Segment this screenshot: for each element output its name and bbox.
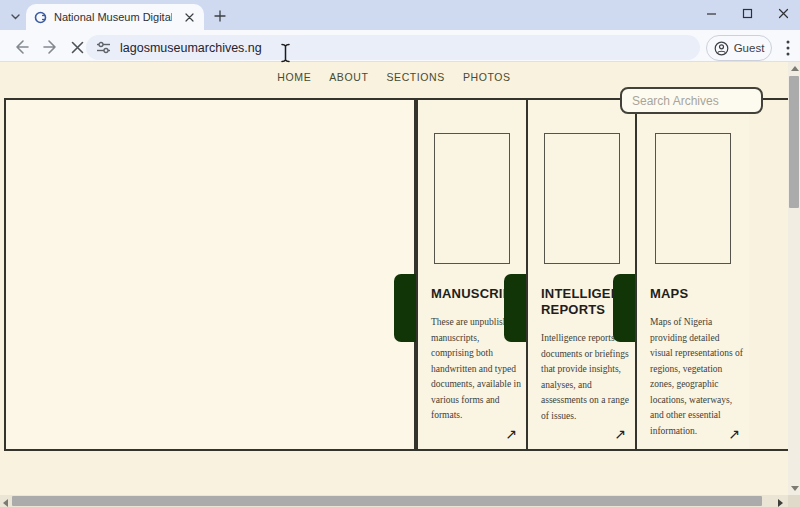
- site-nav: HOME ABOUT SECTIONS PHOTOS: [0, 71, 788, 83]
- vertical-scrollbar-thumb[interactable]: [789, 76, 799, 208]
- site-favicon-icon: [34, 11, 47, 24]
- forward-button[interactable]: [42, 38, 60, 56]
- profile-button[interactable]: Guest: [706, 35, 772, 61]
- address-bar[interactable]: lagosmuseumarchives.ng: [86, 35, 700, 60]
- window-close-button[interactable]: [776, 6, 790, 20]
- scroll-up-arrow-icon[interactable]: [791, 66, 799, 71]
- browser-window: National Museum Digital Archi: [0, 0, 800, 507]
- card-image-placeholder: [434, 133, 510, 264]
- horizontal-scrollbar[interactable]: [0, 495, 788, 507]
- card-accent-tab: [613, 274, 635, 342]
- avatar-icon: [714, 41, 729, 56]
- vertical-scrollbar[interactable]: [788, 62, 800, 495]
- stop-loading-icon[interactable]: [68, 38, 86, 56]
- card-image-placeholder: [544, 133, 620, 264]
- nav-link-sections[interactable]: SECTIONS: [386, 71, 444, 83]
- card-maps[interactable]: MAPS Maps of Nigeria providing detailed …: [635, 98, 751, 451]
- scroll-right-arrow-icon[interactable]: [778, 499, 783, 507]
- card-accent-tab: [504, 274, 526, 342]
- browser-tab[interactable]: National Museum Digital Archi: [26, 4, 204, 30]
- window-controls: [704, 6, 790, 20]
- tab-close-icon[interactable]: [182, 10, 196, 24]
- external-link-arrow-icon[interactable]: ↗: [505, 427, 517, 441]
- browser-menu-icon[interactable]: [782, 39, 794, 57]
- tab-title: National Museum Digital Archi: [54, 11, 172, 23]
- nav-link-home[interactable]: HOME: [277, 71, 311, 83]
- panel-border-extension: [749, 98, 789, 451]
- nav-link-photos[interactable]: PHOTOS: [463, 71, 511, 83]
- search-input[interactable]: [620, 87, 763, 114]
- back-button[interactable]: [12, 38, 30, 56]
- nav-link-about[interactable]: ABOUT: [329, 71, 368, 83]
- card-image-placeholder: [655, 133, 731, 264]
- maximize-button[interactable]: [740, 6, 754, 20]
- scroll-down-arrow-icon[interactable]: [791, 486, 799, 491]
- scroll-left-arrow-icon[interactable]: [3, 499, 8, 507]
- external-link-arrow-icon[interactable]: ↗: [728, 427, 740, 441]
- new-tab-button[interactable]: [212, 8, 227, 23]
- content-panel-empty: [4, 98, 416, 451]
- card-accent-tab: [394, 274, 416, 342]
- scrollbar-corner: [788, 495, 800, 507]
- external-link-arrow-icon[interactable]: ↗: [614, 427, 626, 441]
- web-page: HOME ABOUT SECTIONS PHOTOS MANUSCRIPTS T…: [0, 62, 800, 507]
- url-text: lagosmuseumarchives.ng: [120, 41, 262, 55]
- tab-strip: National Museum Digital Archi: [0, 0, 800, 30]
- tab-search-chevron-icon[interactable]: [8, 9, 22, 23]
- card-title: MAPS: [650, 286, 744, 302]
- horizontal-scrollbar-thumb[interactable]: [12, 496, 762, 506]
- site-settings-icon[interactable]: [96, 41, 111, 54]
- minimize-button[interactable]: [704, 6, 718, 20]
- card-description: Maps of Nigeria providing detailed visua…: [650, 315, 744, 439]
- text-cursor: [279, 43, 292, 67]
- profile-label: Guest: [734, 42, 765, 54]
- card-description: Intelligence reports are documents or br…: [541, 331, 630, 424]
